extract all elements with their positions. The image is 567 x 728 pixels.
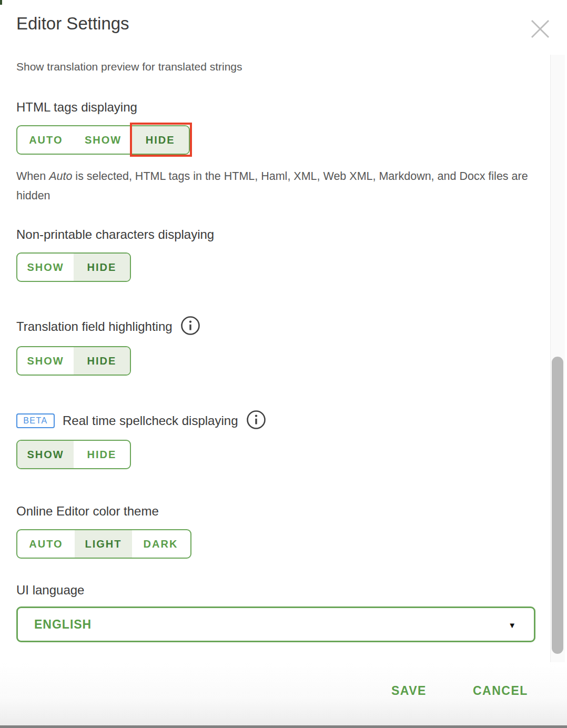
html-tags-option-show[interactable]: SHOW (75, 126, 132, 154)
html-tags-description: When Auto is selected, HTML tags in the … (16, 167, 542, 206)
screen-corner-artifact (0, 0, 2, 5)
spellcheck-option-show[interactable]: SHOW (17, 441, 74, 468)
spellcheck-header: BETA Real time spellcheck displaying (16, 410, 266, 431)
save-button[interactable]: SAVE (391, 684, 427, 698)
non-printable-option-show[interactable]: SHOW (17, 254, 74, 281)
non-printable-option-hide[interactable]: HIDE (74, 254, 130, 281)
cancel-button[interactable]: CANCEL (473, 684, 528, 698)
spellcheck-toggle: SHOW HIDE (16, 440, 131, 469)
color-theme-toggle: AUTO LIGHT DARK (16, 529, 191, 559)
ui-language-select[interactable]: ENGLISH ▼ (16, 606, 535, 642)
ui-language-value: ENGLISH (34, 618, 92, 632)
color-theme-option-dark[interactable]: DARK (132, 530, 189, 558)
non-printable-label: Non-printable characters displaying (16, 227, 214, 242)
non-printable-toggle: SHOW HIDE (16, 252, 131, 282)
field-highlighting-label: Translation field highlighting (16, 319, 173, 334)
color-theme-option-auto[interactable]: AUTO (17, 530, 75, 558)
dialog-bottom-edge (0, 725, 567, 728)
color-theme-option-light[interactable]: LIGHT (75, 530, 132, 558)
html-tags-toggle: AUTO SHOW HIDE (16, 125, 190, 155)
color-theme-label: Online Editor color theme (16, 504, 159, 519)
html-tags-label: HTML tags displaying (16, 100, 137, 115)
dialog-title: Editor Settings (16, 14, 129, 34)
translation-preview-note: Show translation preview for translated … (16, 60, 242, 73)
field-highlighting-header: Translation field highlighting (16, 316, 200, 337)
field-highlighting-option-hide[interactable]: HIDE (74, 347, 130, 375)
field-highlighting-toggle: SHOW HIDE (16, 346, 131, 376)
chevron-down-icon: ▼ (508, 621, 516, 630)
info-icon[interactable] (180, 316, 200, 338)
beta-badge: BETA (16, 413, 55, 428)
spellcheck-option-hide[interactable]: HIDE (74, 441, 130, 468)
spellcheck-label: Real time spellcheck displaying (63, 413, 238, 428)
ui-language-label: UI language (16, 583, 84, 598)
description-text: When (16, 170, 49, 183)
html-tags-option-hide[interactable]: HIDE (131, 126, 189, 154)
html-tags-option-auto[interactable]: AUTO (17, 126, 75, 154)
info-icon[interactable] (246, 410, 266, 432)
close-icon[interactable] (530, 19, 550, 39)
description-text: is selected, HTML tags in the HTML, Haml… (16, 170, 528, 202)
field-highlighting-option-show[interactable]: SHOW (17, 347, 74, 375)
description-italic-auto: Auto (49, 170, 72, 183)
scrollbar-thumb[interactable] (552, 357, 563, 654)
